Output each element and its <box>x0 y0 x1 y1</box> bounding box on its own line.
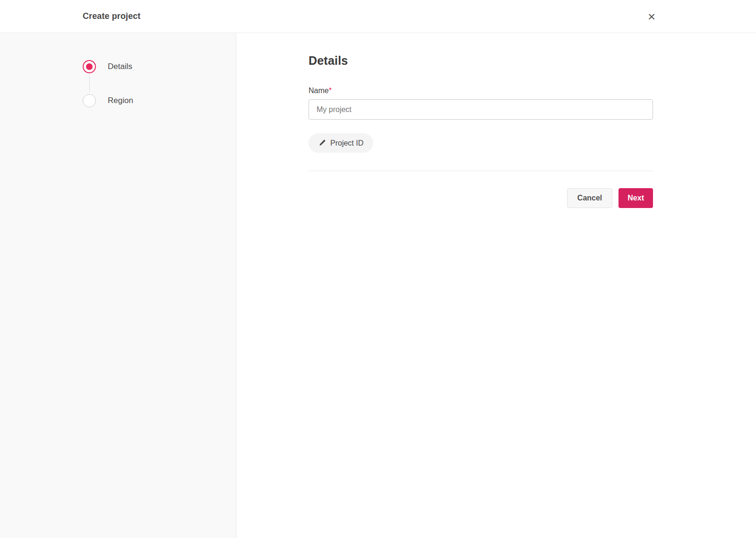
main-panel: Details Name* Project ID Cancel Next <box>236 33 756 538</box>
step-inactive-radio-icon <box>83 94 96 107</box>
modal-body: Details Region Details Name* Project ID <box>0 33 756 538</box>
required-asterisk: * <box>329 87 332 95</box>
project-id-button[interactable]: Project ID <box>309 133 373 153</box>
footer-actions: Cancel Next <box>309 188 653 208</box>
stepper-connector-line <box>89 75 90 92</box>
step-label: Details <box>108 62 132 71</box>
footer-divider <box>309 171 653 171</box>
pencil-icon <box>318 139 326 147</box>
modal-title: Create project <box>83 11 140 21</box>
stepper-step-region[interactable]: Region <box>83 94 236 107</box>
next-button[interactable]: Next <box>619 188 653 208</box>
name-field-label: Name* <box>309 87 332 95</box>
step-active-dot <box>86 63 93 70</box>
stepper-sidebar: Details Region <box>0 33 236 538</box>
step-active-radio-icon <box>83 60 96 73</box>
section-heading: Details <box>309 54 653 68</box>
stepper-step-details[interactable]: Details <box>83 60 236 73</box>
name-field-group: Name* <box>309 87 653 120</box>
step-label: Region <box>108 96 133 105</box>
close-icon[interactable]: ✕ <box>644 10 659 24</box>
project-id-button-label: Project ID <box>330 139 363 148</box>
modal-header: Create project ✕ <box>0 0 756 33</box>
project-name-input[interactable] <box>309 99 653 120</box>
cancel-button[interactable]: Cancel <box>567 188 612 208</box>
